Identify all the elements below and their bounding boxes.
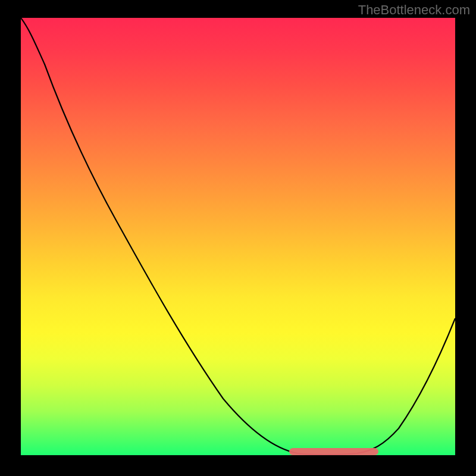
chart-plot-area <box>21 18 455 455</box>
watermark-text: TheBottleneck.com <box>358 2 470 18</box>
bottleneck-highlight-band <box>289 448 378 455</box>
curve-path <box>21 18 455 455</box>
curve-svg <box>21 18 455 455</box>
